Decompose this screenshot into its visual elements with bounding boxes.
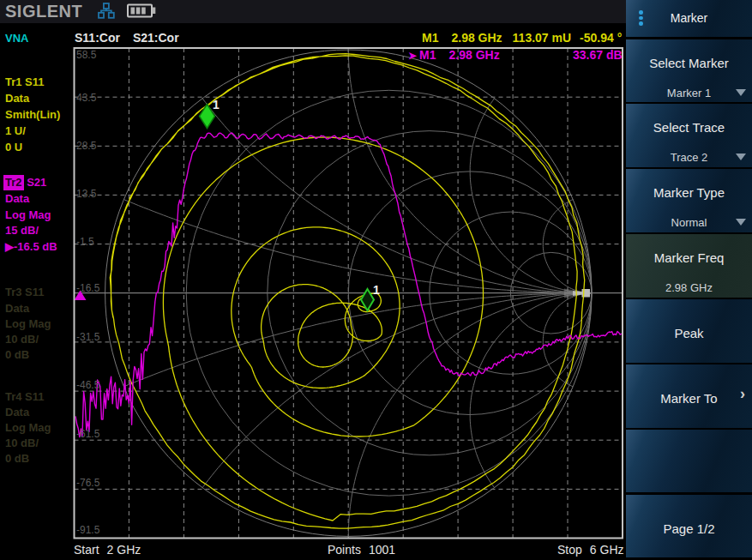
svg-text:1: 1	[213, 98, 220, 111]
svg-text:1: 1	[373, 283, 380, 297]
